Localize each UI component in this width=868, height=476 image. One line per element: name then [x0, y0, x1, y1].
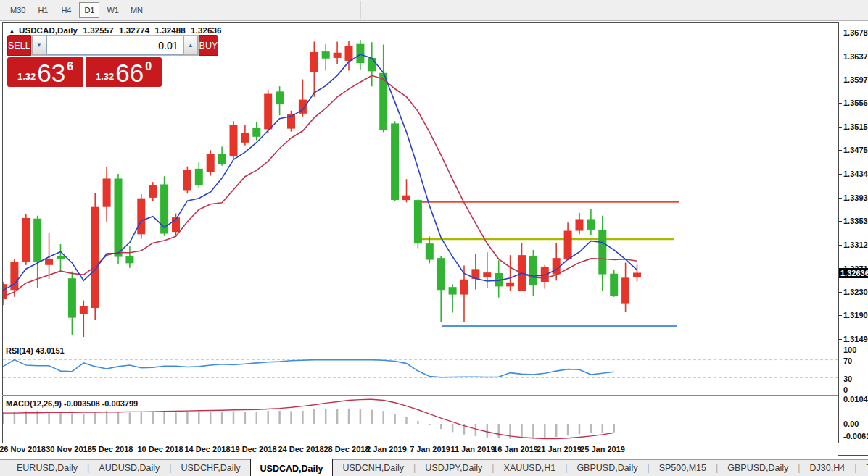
price-axis-tick [839, 292, 842, 293]
price-axis-label: 1.36780 [843, 28, 868, 37]
chart-tab-usdcad-daily[interactable]: USDCAD,Daily [250, 459, 334, 476]
toolbar-separator [360, 1, 361, 19]
date-axis-label: 21 Jan 2019 [537, 445, 582, 454]
price-axis-label: 1.32300 [843, 288, 868, 296]
rsi-chart-canvas[interactable] [3, 343, 838, 394]
macd-label: MACD(12,26,9) -0.003508 -0.003799 [6, 399, 138, 408]
chart-tab-gbpusd-daily[interactable]: GBPUSD,Daily [718, 460, 798, 476]
chart-tab-usdcnh-daily[interactable]: USDCNH,Daily [333, 460, 413, 476]
chart-header: ▲USDCAD,Daily 1.32557 1.32774 1.32488 1.… [9, 26, 224, 35]
price-axis-label: 1.36370 [843, 52, 868, 61]
price-axis-tick [839, 103, 842, 104]
chart-tab-gbpusd-daily[interactable]: GBPUSD,Daily [567, 460, 647, 476]
chart-tab-bar: EURUSD,Daily|AUDUSD,Daily|USDCHF,DailyUS… [0, 459, 868, 476]
symbol-title: USDCAD,Daily [19, 26, 78, 35]
price-axis-tick [839, 198, 842, 199]
price-axis-label: 1.33930 [843, 193, 868, 202]
sell-price-prefix: 1.32 [17, 71, 36, 82]
current-price-tag: 1.32636 [839, 268, 868, 278]
macd-axis-label: 0.010471 [843, 395, 868, 404]
chart-tab-dj30-h4[interactable]: DJ30,H4 [801, 460, 855, 476]
timeframe-button-h1[interactable]: H1 [33, 2, 53, 18]
sell-price-pip: 6 [67, 60, 73, 73]
trading-platform: M30H1H4D1W1MN ▲USDCAD,Daily 1.32557 1.32… [0, 0, 868, 476]
price-axis-tick [839, 150, 842, 151]
price-axis-label: 1.34340 [843, 170, 868, 178]
ohlc-low: 1.32488 [155, 26, 186, 35]
rsi-axis-label: 0 [843, 385, 848, 394]
buy-price-display[interactable]: 1.32 66 0 [86, 57, 162, 87]
price-axis-label: 1.35150 [843, 122, 868, 131]
date-axis-label: 16 Jan 2019 [493, 445, 538, 454]
macd-axis-label: 0.00 [843, 419, 859, 428]
date-axis-label: 19 Dec 2018 [231, 445, 277, 454]
rsi-axis-label: 70 [843, 356, 852, 365]
price-axis-label: 1.33120 [843, 241, 868, 249]
date-axis-label: 24 Dec 2018 [278, 445, 324, 454]
date-axis-label: 25 Jan 2019 [580, 445, 625, 454]
chart-tab-tech100-h1[interactable]: TECH100,H1 [856, 460, 868, 476]
ohlc-high: 1.32774 [119, 26, 149, 35]
timeframe-button-d1[interactable]: D1 [79, 2, 99, 18]
date-axis-label: 5 Dec 2018 [92, 445, 133, 454]
date-axis-label: 14 Dec 2018 [185, 445, 231, 454]
price-axis-tick [839, 33, 842, 33]
timeframe-button-h4[interactable]: H4 [56, 2, 76, 18]
chart-tab-eurusd-daily[interactable]: EURUSD,Daily [7, 460, 87, 476]
chart-tab-xauusd-h1[interactable]: XAUUSD,H1 [495, 460, 566, 476]
price-axis-label: 1.35560 [843, 99, 868, 107]
buy-price-prefix: 1.32 [96, 71, 114, 82]
timeframe-toolbar: M30H1H4D1W1MN [0, 0, 868, 21]
chart-tab-usdjpy-daily[interactable]: USDJPY,Daily [416, 460, 492, 476]
sell-price-big: 63 [37, 62, 65, 85]
volume-stepper: ▼ ▲ [31, 35, 199, 56]
date-axis-label: 2 Jan 2019 [366, 445, 407, 454]
rsi-label: RSI(14) 43.0151 [6, 346, 65, 355]
price-axis-label: 1.35970 [843, 75, 868, 84]
timeframe-button-m30[interactable]: M30 [6, 2, 30, 18]
timeframe-button-mn[interactable]: MN [126, 2, 147, 18]
collapse-quote-icon[interactable]: ▲ [9, 28, 15, 35]
date-axis-label: 26 Nov 2018 [0, 445, 46, 454]
pane-separator[interactable] [2, 341, 868, 341]
date-axis-label: 30 Nov 2018 [46, 445, 92, 454]
chart-tab-audusd-daily[interactable]: AUDUSD,Daily [89, 460, 169, 476]
price-axis-tick [839, 57, 842, 57]
date-axis-label: 10 Dec 2018 [138, 445, 183, 454]
volume-input[interactable] [46, 36, 183, 55]
price-axis-tick [839, 339, 842, 340]
date-axis-label: 28 Dec 2018 [324, 445, 370, 454]
pane-separator[interactable] [2, 395, 868, 396]
ohlc-open: 1.32557 [83, 26, 113, 35]
date-axis-label: 11 Jan 2019 [450, 445, 495, 454]
rsi-axis-label: 30 [843, 375, 852, 383]
buy-price-pip: 0 [145, 60, 152, 73]
rsi-axis-label: 100 [843, 346, 856, 354]
price-axis-label: 1.31490 [843, 335, 868, 343]
ohlc-close: 1.32636 [191, 26, 221, 35]
sell-price-display[interactable]: 1.32 63 6 [7, 57, 83, 87]
buy-price-big: 66 [115, 62, 144, 85]
one-click-trade-widget: SELL ▼ ▲ BUY 1.32 63 6 1.32 66 0 [7, 35, 162, 87]
price-axis[interactable]: 1.32636 1.367801.363701.359701.355601.35… [838, 22, 868, 443]
price-axis-label: 1.31900 [843, 311, 868, 320]
buy-button[interactable]: BUY [199, 35, 219, 56]
price-axis-tick [839, 315, 842, 316]
price-axis-label: 1.34750 [843, 146, 868, 154]
chart-tab-sp500-m15[interactable]: SP500,M15 [650, 460, 716, 476]
price-axis-tick [839, 221, 842, 222]
date-axis[interactable]: 26 Nov 201830 Nov 20185 Dec 201810 Dec 2… [2, 443, 838, 456]
volume-down-icon[interactable]: ▼ [32, 36, 46, 55]
macd-axis-label: -0.006164 [843, 432, 868, 440]
chart-tab-usdchf-daily[interactable]: USDCHF,Daily [172, 460, 250, 476]
timeframe-button-w1[interactable]: W1 [102, 2, 123, 18]
date-axis-label: 7 Jan 2019 [410, 445, 450, 454]
price-axis-tick [839, 245, 842, 246]
volume-up-icon[interactable]: ▲ [183, 36, 198, 55]
price-axis-label: 1.33530 [843, 217, 868, 225]
price-axis-tick [839, 127, 842, 128]
price-axis-tick [839, 174, 842, 175]
price-axis-tick [839, 80, 842, 80]
sell-button[interactable]: SELL [7, 35, 31, 56]
